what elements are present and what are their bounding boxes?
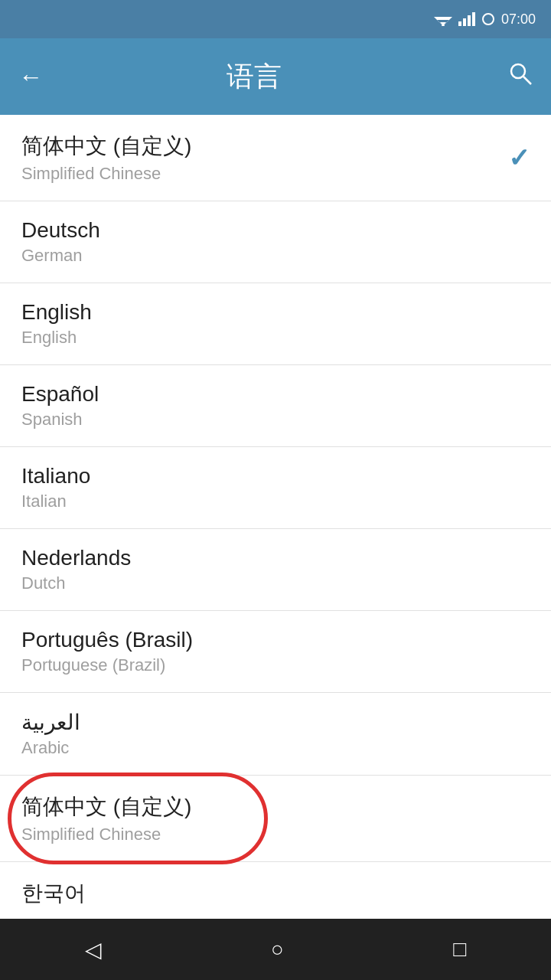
language-english-name: German — [21, 246, 100, 266]
language-english-name: Portuguese (Brazil) — [21, 655, 193, 675]
language-english-name: Italian — [21, 492, 90, 511]
language-native-name: Nederlands — [21, 546, 131, 570]
svg-rect-6 — [468, 15, 471, 26]
bottom-navigation: ◁ ○ □ — [0, 919, 551, 980]
language-native-name: Português (Brasil) — [21, 628, 193, 652]
language-native-name: 简体中文 (自定义) — [21, 792, 191, 822]
language-native-name: العربية — [21, 710, 80, 735]
svg-point-9 — [511, 64, 525, 78]
language-english-name: Dutch — [21, 573, 131, 593]
language-native-name: Español — [21, 382, 99, 407]
language-item[interactable]: Português (Brasil)Portuguese (Brazil) — [0, 611, 551, 693]
selected-checkmark: ✓ — [508, 142, 530, 173]
language-native-name: Deutsch — [21, 218, 100, 243]
battery-icon — [481, 12, 495, 26]
language-item[interactable]: EspañolSpanish — [0, 365, 551, 447]
svg-line-10 — [523, 77, 531, 84]
search-button[interactable] — [508, 61, 533, 92]
svg-rect-7 — [472, 12, 475, 26]
language-item[interactable]: DeutschGerman — [0, 201, 551, 283]
language-native-name: English — [21, 300, 92, 325]
nav-home-button[interactable]: ○ — [271, 937, 284, 962]
language-item[interactable]: EnglishEnglish — [0, 283, 551, 365]
svg-rect-5 — [463, 18, 466, 26]
language-item[interactable]: 简体中文 (自定义)Simplified Chinese — [0, 776, 551, 862]
language-english-name: Spanish — [21, 410, 99, 430]
language-english-name: English — [21, 328, 92, 348]
language-item[interactable]: ItalianoItalian — [0, 447, 551, 529]
wifi-icon — [434, 12, 452, 26]
nav-back-button[interactable]: ◁ — [85, 937, 102, 962]
language-english-name: Simplified Chinese — [21, 825, 191, 844]
language-item[interactable]: 简体中文 (自定义)Simplified Chinese✓ — [0, 115, 551, 201]
language-english-name: Arabic — [21, 738, 80, 758]
svg-point-8 — [483, 14, 494, 24]
language-native-name: Italiano — [21, 464, 90, 488]
status-bar: 07:00 — [0, 0, 551, 38]
language-item[interactable]: NederlandsDutch — [0, 529, 551, 611]
signal-icon — [458, 12, 475, 26]
page-title: 语言 — [61, 58, 447, 96]
language-native-name: 简体中文 (自定义) — [21, 132, 191, 161]
language-item[interactable]: العربيةArabic — [0, 693, 551, 776]
status-time: 07:00 — [501, 11, 536, 28]
language-native-name: 한국어 — [21, 879, 86, 908]
language-list: 简体中文 (自定义)Simplified Chinese✓DeutschGerm… — [0, 115, 551, 919]
search-icon — [508, 61, 533, 86]
back-button[interactable]: ← — [18, 63, 43, 91]
svg-rect-4 — [458, 21, 461, 26]
nav-recent-button[interactable]: □ — [453, 937, 466, 962]
language-english-name: Simplified Chinese — [21, 164, 191, 184]
language-item[interactable]: 한국어 — [0, 862, 551, 919]
app-bar: ← 语言 — [0, 38, 551, 115]
status-icons: 07:00 — [434, 11, 536, 28]
